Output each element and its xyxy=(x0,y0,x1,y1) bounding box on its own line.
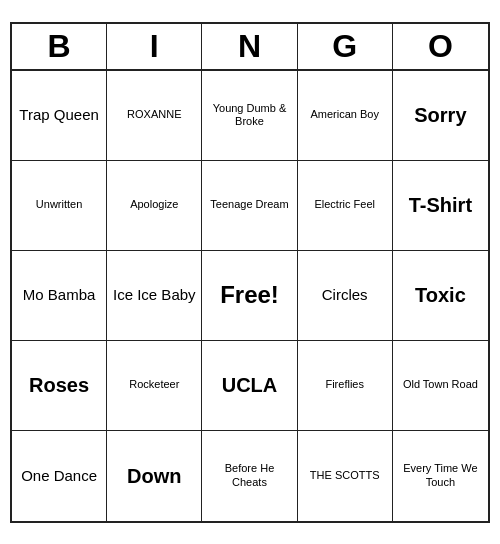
cell-r0-c3: American Boy xyxy=(298,71,393,161)
header-letter: I xyxy=(107,24,202,69)
cell-r4-c2: Before He Cheats xyxy=(202,431,297,521)
cell-r4-c1: Down xyxy=(107,431,202,521)
cell-r3-c1: Rocketeer xyxy=(107,341,202,431)
cell-r0-c0: Trap Queen xyxy=(12,71,107,161)
cell-r3-c3: Fireflies xyxy=(298,341,393,431)
cell-r3-c4: Old Town Road xyxy=(393,341,488,431)
bingo-card: BINGO Trap QueenROXANNEYoung Dumb & Brok… xyxy=(10,22,490,523)
cell-r3-c2: UCLA xyxy=(202,341,297,431)
cell-r0-c4: Sorry xyxy=(393,71,488,161)
cell-r1-c1: Apologize xyxy=(107,161,202,251)
header-letter: O xyxy=(393,24,488,69)
cell-r1-c4: T-Shirt xyxy=(393,161,488,251)
cell-r3-c0: Roses xyxy=(12,341,107,431)
cell-r2-c3: Circles xyxy=(298,251,393,341)
cell-r2-c1: Ice Ice Baby xyxy=(107,251,202,341)
bingo-grid: Trap QueenROXANNEYoung Dumb & BrokeAmeri… xyxy=(12,71,488,521)
cell-r0-c1: ROXANNE xyxy=(107,71,202,161)
cell-r4-c3: THE SCOTTS xyxy=(298,431,393,521)
header-letter: N xyxy=(202,24,297,69)
cell-r2-c4: Toxic xyxy=(393,251,488,341)
cell-r1-c3: Electric Feel xyxy=(298,161,393,251)
cell-r0-c2: Young Dumb & Broke xyxy=(202,71,297,161)
header-letter: B xyxy=(12,24,107,69)
cell-r2-c2: Free! xyxy=(202,251,297,341)
header-letter: G xyxy=(298,24,393,69)
cell-r2-c0: Mo Bamba xyxy=(12,251,107,341)
cell-r1-c0: Unwritten xyxy=(12,161,107,251)
cell-r4-c0: One Dance xyxy=(12,431,107,521)
cell-r4-c4: Every Time We Touch xyxy=(393,431,488,521)
bingo-header: BINGO xyxy=(12,24,488,71)
cell-r1-c2: Teenage Dream xyxy=(202,161,297,251)
